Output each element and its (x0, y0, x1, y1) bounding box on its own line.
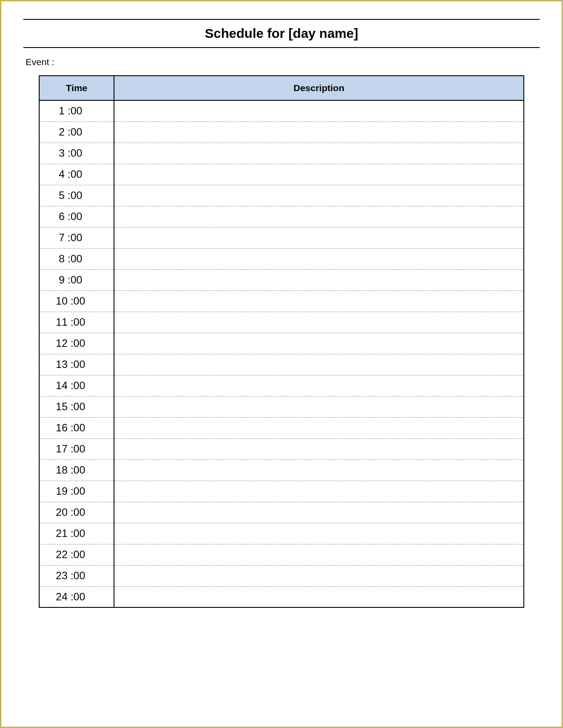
description-cell[interactable] (114, 121, 524, 143)
description-cell[interactable] (114, 460, 524, 481)
description-cell[interactable] (114, 544, 524, 565)
table-row: 18 :00 (39, 460, 524, 481)
description-cell[interactable] (114, 523, 524, 544)
table-row: 22 :00 (39, 544, 524, 565)
time-cell: 4 :00 (39, 164, 114, 185)
table-header-row: Time Description (39, 76, 524, 100)
time-cell: 24 :00 (39, 586, 114, 607)
time-cell: 20 :00 (39, 502, 114, 523)
schedule-table: Time Description 1 :002 :003 :004 :005 :… (39, 75, 524, 608)
time-cell: 11 :00 (39, 312, 114, 333)
title-section: Schedule for [day name] (23, 19, 540, 48)
table-row: 4 :00 (39, 164, 524, 185)
header-time: Time (39, 76, 114, 100)
table-row: 11 :00 (39, 312, 524, 333)
description-cell[interactable] (114, 312, 524, 333)
description-cell[interactable] (114, 185, 524, 206)
table-row: 1 :00 (39, 100, 524, 121)
time-cell: 7 :00 (39, 227, 114, 248)
time-cell: 13 :00 (39, 354, 114, 375)
table-row: 19 :00 (39, 481, 524, 502)
event-label: Event : (23, 57, 540, 67)
time-cell: 19 :00 (39, 481, 114, 502)
time-cell: 16 :00 (39, 417, 114, 438)
table-row: 17 :00 (39, 438, 524, 460)
time-cell: 6 :00 (39, 206, 114, 227)
table-row: 7 :00 (39, 227, 524, 248)
time-cell: 8 :00 (39, 248, 114, 269)
time-cell: 1 :00 (39, 100, 114, 121)
table-row: 10 :00 (39, 290, 524, 312)
table-row: 23 :00 (39, 565, 524, 586)
description-cell[interactable] (114, 290, 524, 312)
header-description: Description (114, 76, 524, 100)
description-cell[interactable] (114, 100, 524, 121)
table-row: 5 :00 (39, 185, 524, 206)
description-cell[interactable] (114, 269, 524, 290)
table-row: 21 :00 (39, 523, 524, 544)
time-cell: 10 :00 (39, 290, 114, 312)
description-cell[interactable] (114, 206, 524, 227)
time-cell: 22 :00 (39, 544, 114, 565)
description-cell[interactable] (114, 248, 524, 269)
table-row: 14 :00 (39, 375, 524, 396)
page-title: Schedule for [day name] (23, 26, 540, 41)
time-cell: 12 :00 (39, 333, 114, 354)
table-row: 15 :00 (39, 396, 524, 417)
table-row: 12 :00 (39, 333, 524, 354)
table-row: 16 :00 (39, 417, 524, 438)
description-cell[interactable] (114, 481, 524, 502)
time-cell: 5 :00 (39, 185, 114, 206)
description-cell[interactable] (114, 586, 524, 607)
description-cell[interactable] (114, 143, 524, 164)
time-cell: 17 :00 (39, 438, 114, 460)
description-cell[interactable] (114, 227, 524, 248)
description-cell[interactable] (114, 333, 524, 354)
time-cell: 9 :00 (39, 269, 114, 290)
description-cell[interactable] (114, 375, 524, 396)
table-row: 24 :00 (39, 586, 524, 607)
table-row: 2 :00 (39, 121, 524, 143)
description-cell[interactable] (114, 396, 524, 417)
table-row: 9 :00 (39, 269, 524, 290)
time-cell: 3 :00 (39, 143, 114, 164)
description-cell[interactable] (114, 354, 524, 375)
time-cell: 15 :00 (39, 396, 114, 417)
description-cell[interactable] (114, 565, 524, 586)
time-cell: 14 :00 (39, 375, 114, 396)
table-row: 13 :00 (39, 354, 524, 375)
description-cell[interactable] (114, 164, 524, 185)
table-row: 8 :00 (39, 248, 524, 269)
description-cell[interactable] (114, 502, 524, 523)
description-cell[interactable] (114, 417, 524, 438)
time-cell: 23 :00 (39, 565, 114, 586)
description-cell[interactable] (114, 438, 524, 460)
table-row: 6 :00 (39, 206, 524, 227)
table-row: 20 :00 (39, 502, 524, 523)
time-cell: 18 :00 (39, 460, 114, 481)
time-cell: 21 :00 (39, 523, 114, 544)
time-cell: 2 :00 (39, 121, 114, 143)
table-row: 3 :00 (39, 143, 524, 164)
